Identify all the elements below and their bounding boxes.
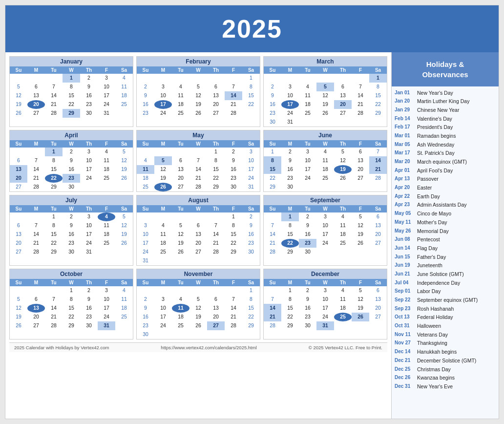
- month-january: JanuarySuMTuWThFSa1234567891011121314151…: [9, 56, 133, 127]
- day-cell: 17: [242, 165, 260, 174]
- holiday-item: Mar 17St. Patrick's Day: [395, 149, 496, 158]
- day-cell: 31: [281, 118, 299, 127]
- footer-right: © 2025 Vertex42 LLC. Free to Print.: [309, 345, 382, 350]
- day-cell: 16: [242, 230, 260, 239]
- day-cell: 30: [225, 183, 242, 191]
- day-cell: 13: [10, 230, 27, 239]
- day-cell: 25: [98, 174, 115, 183]
- day-header: Sa: [369, 279, 387, 286]
- day-cell: 15: [281, 304, 299, 313]
- day-cell: 4: [98, 212, 115, 221]
- empty-cell: [189, 74, 207, 83]
- day-cell: 10: [80, 156, 98, 165]
- day-cell: 12: [10, 304, 27, 313]
- day-cell: 14: [225, 91, 242, 100]
- day-cell: 22: [63, 313, 80, 321]
- holiday-item: May 05Cinco de Mayo: [395, 210, 496, 218]
- day-cell: 22: [369, 100, 387, 109]
- days-grid: 1234567891011121314151617181920212223242…: [137, 148, 260, 191]
- day-cell: 3: [154, 295, 172, 304]
- day-header: Th: [334, 140, 352, 148]
- day-cell: 11: [98, 156, 115, 165]
- day-cell: 22: [242, 313, 260, 321]
- day-cell: 28: [225, 321, 242, 330]
- day-cell: 13: [207, 91, 225, 100]
- day-cell: 20: [10, 239, 27, 248]
- day-cell: 23: [80, 313, 98, 321]
- holiday-list: Jan 01New Year's DayJan 20Martin Luther …: [392, 86, 499, 419]
- day-cell: 17: [316, 304, 334, 313]
- year-text: 2025: [222, 15, 282, 43]
- day-cell: 27: [10, 248, 27, 256]
- day-cell: 24: [80, 239, 98, 248]
- day-cell: 21: [264, 239, 281, 248]
- month-august: AugustSuMTuWThFSa12345678910111213141516…: [136, 195, 260, 266]
- page: 2025 JanuarySuMTuWThFSa12345678910111213…: [5, 5, 499, 419]
- day-cell: 29: [264, 183, 281, 191]
- day-cell: 16: [264, 100, 281, 109]
- day-cell: 24: [137, 248, 154, 256]
- day-cell: 17: [137, 239, 154, 248]
- day-cell: 8: [45, 221, 63, 230]
- day-cell: 1: [63, 286, 80, 295]
- month-april: AprilSuMTuWThFSa123456789101112131415161…: [9, 130, 133, 192]
- day-cell: 20: [334, 100, 352, 109]
- holiday-date: Jan 20: [395, 98, 414, 105]
- day-cell: 7: [264, 221, 281, 230]
- day-cell: 4: [115, 74, 133, 83]
- day-cell: 3: [299, 148, 316, 156]
- day-header: M: [27, 205, 45, 212]
- day-cell: 26: [334, 174, 352, 183]
- day-cell: 5: [115, 212, 133, 221]
- day-cell: 16: [299, 304, 316, 313]
- day-cell: 5: [334, 148, 352, 156]
- day-header: Su: [264, 205, 281, 212]
- day-cell: 23: [80, 100, 98, 109]
- day-cell: 23: [242, 239, 260, 248]
- day-cell: 17: [154, 100, 172, 109]
- day-cell: 3: [98, 286, 115, 295]
- day-cell: 29: [45, 248, 63, 256]
- day-header: Tu: [45, 205, 63, 212]
- day-cell: 19: [10, 313, 27, 321]
- day-header: Sa: [369, 140, 387, 148]
- empty-cell: [264, 286, 281, 295]
- holiday-date: Jun 08: [395, 236, 414, 243]
- day-cell: 30: [137, 330, 154, 339]
- holiday-name: June Solstice (GMT): [417, 271, 464, 278]
- day-cell: 26: [154, 183, 172, 191]
- day-cell: 22: [281, 239, 299, 248]
- empty-cell: [10, 74, 27, 83]
- empty-cell: [10, 148, 27, 156]
- day-header: W: [189, 279, 207, 286]
- day-cell: 19: [154, 174, 172, 183]
- day-header: Sa: [242, 279, 260, 286]
- day-cell: 22: [45, 174, 63, 183]
- day-cell: 2: [225, 148, 242, 156]
- day-cell: 28: [369, 174, 387, 183]
- day-cell: 7: [27, 156, 45, 165]
- day-cell: 28: [45, 109, 63, 118]
- day-cell: 14: [189, 165, 207, 174]
- day-cell: 31: [98, 321, 115, 330]
- day-header: Su: [10, 205, 27, 212]
- day-cell: 13: [189, 230, 207, 239]
- holiday-date: Apr 22: [395, 193, 414, 200]
- day-cell: 28: [264, 248, 281, 256]
- holiday-name: Juneteenth: [417, 262, 442, 269]
- day-header: F: [98, 66, 115, 74]
- day-cell: 13: [207, 304, 225, 313]
- day-header: Th: [207, 205, 225, 212]
- day-cell: 29: [369, 109, 387, 118]
- day-cell: 23: [281, 174, 299, 183]
- holiday-item: Sep 22September equinox (GMT): [395, 296, 496, 305]
- day-cell: 2: [63, 212, 80, 221]
- day-cell: 16: [63, 230, 80, 239]
- day-header: Th: [80, 66, 98, 74]
- holiday-item: Jun 08Pentecost: [395, 235, 496, 244]
- day-cell: 4: [172, 295, 189, 304]
- day-cell: 7: [207, 221, 225, 230]
- day-header: Th: [207, 140, 225, 148]
- day-cell: 5: [115, 148, 133, 156]
- day-cell: 27: [207, 321, 225, 330]
